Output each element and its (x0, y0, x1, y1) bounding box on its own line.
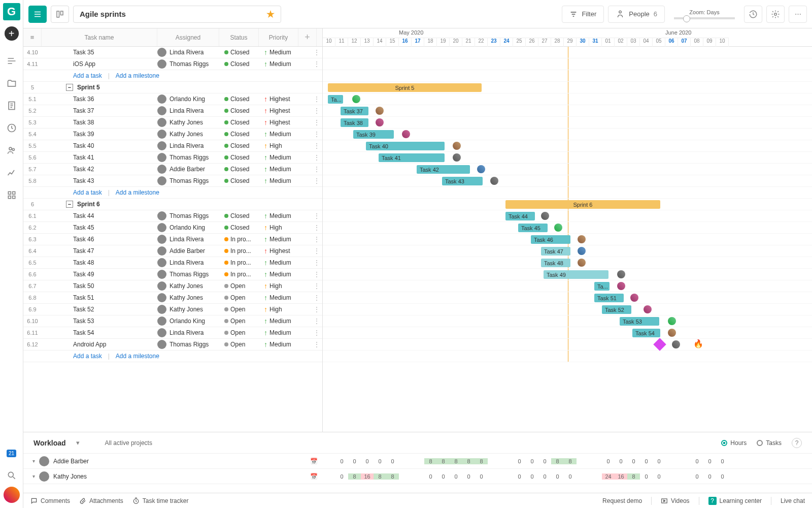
star-icon[interactable]: ★ (266, 9, 275, 20)
chevron-down-icon[interactable]: ▾ (32, 473, 35, 479)
doc-icon[interactable] (0, 94, 23, 117)
calendar-icon[interactable]: 📅 (310, 458, 318, 465)
zoom-control[interactable]: Zoom: Days (669, 9, 740, 19)
collapse-icon[interactable]: − (66, 84, 73, 91)
people-button[interactable]: People 6 (608, 6, 665, 23)
folder-icon[interactable] (0, 72, 23, 94)
workload-cell[interactable]: 0 (348, 458, 361, 464)
timeline-row[interactable]: Task 47 (323, 245, 812, 257)
workload-cell[interactable] (678, 473, 691, 480)
add-milestone-link[interactable]: Add a milestone (116, 189, 159, 196)
row-menu-icon[interactable]: ⋮ (313, 272, 320, 276)
workload-cell[interactable] (577, 458, 589, 464)
timeline-row[interactable]: Task 37 (323, 105, 812, 117)
sprint-bar[interactable]: Sprint 6 (505, 200, 660, 209)
workload-cell[interactable]: 0 (335, 458, 348, 464)
task-row[interactable]: 6.7Task 50Kathy JonesOpen↑High⋮ (23, 280, 322, 292)
workload-cell[interactable]: 0 (526, 458, 538, 464)
list-view-button[interactable] (28, 6, 47, 23)
task-row[interactable]: 5.6Task 41Thomas RiggsClosed↑Medium⋮ (23, 152, 322, 164)
workload-cell[interactable] (500, 458, 513, 464)
timeline-row[interactable]: Task 51 (323, 292, 812, 304)
attachments-button[interactable]: Attachments (79, 497, 123, 504)
board-view-button[interactable] (51, 6, 69, 23)
workload-filter[interactable]: All active projects (105, 439, 152, 447)
task-row[interactable]: 6.9Task 52Kathy JonesOpen↑High⋮ (23, 304, 322, 315)
row-menu-icon[interactable]: ⋮ (313, 120, 320, 124)
task-bar[interactable]: Ta... (328, 95, 343, 104)
task-row[interactable]: 5.7Task 42Addie BarberClosed↑Medium⋮ (23, 164, 322, 175)
row-menu-icon[interactable]: ⋮ (313, 261, 320, 265)
workload-cell[interactable]: 0 (386, 458, 399, 464)
task-bar[interactable]: Task 49 (544, 270, 608, 279)
videos-link[interactable]: Videos (661, 497, 689, 504)
timeline-row[interactable]: Task 44 (323, 210, 812, 222)
workload-cell[interactable] (678, 458, 691, 464)
row-menu-icon[interactable]: ⋮ (313, 62, 320, 66)
workload-cell[interactable] (323, 473, 335, 480)
task-row[interactable]: 4.10Task 35Linda RiveraClosed↑Medium⋮ (23, 47, 322, 58)
row-menu-icon[interactable]: ⋮ (313, 296, 320, 300)
task-row[interactable]: 5.4Task 39Kathy JonesClosed↑Medium⋮ (23, 129, 322, 140)
task-bar[interactable]: Task 52 (602, 305, 631, 314)
workload-cell[interactable] (399, 473, 412, 480)
task-bar[interactable]: Task 51 (594, 294, 624, 302)
task-bar[interactable]: Task 39 (353, 130, 394, 139)
tasks-radio[interactable]: Tasks (757, 439, 782, 447)
add-column-button[interactable]: + (298, 28, 317, 46)
workload-cell[interactable]: 0 (691, 473, 703, 480)
day-cell[interactable]: 01 (602, 38, 615, 47)
day-cell[interactable]: 31 (589, 38, 602, 47)
timeline-row[interactable]: Sprint 6 (323, 199, 812, 210)
col-priority[interactable]: Priority (259, 28, 298, 46)
add-task-link[interactable]: Add a task (73, 72, 102, 79)
workload-cell[interactable] (488, 458, 500, 464)
timeline-row[interactable] (323, 58, 812, 70)
workload-cell[interactable]: 0 (615, 458, 627, 464)
row-menu-icon[interactable]: ⋮ (313, 342, 320, 346)
row-menu-icon[interactable]: ⋮ (313, 97, 320, 101)
row-menu-icon[interactable]: ⋮ (313, 237, 320, 241)
task-row[interactable]: 6.10Task 53Orlando KingOpen↑Medium⋮ (23, 315, 322, 327)
workload-cell[interactable]: 0 (602, 458, 615, 464)
day-cell[interactable]: 05 (653, 38, 665, 47)
workload-cell[interactable]: 0 (538, 458, 551, 464)
day-cell[interactable]: 03 (627, 38, 640, 47)
live-chat-link[interactable]: Live chat (781, 497, 805, 504)
task-bar[interactable]: Task 48 (541, 259, 570, 267)
task-row[interactable]: 6.1Task 44Thomas RiggsClosed↑Medium⋮ (23, 210, 322, 222)
workload-row[interactable]: ▾Kathy Jones📅08168800000000002416800000 (23, 469, 812, 484)
workload-cell[interactable] (412, 473, 424, 480)
workload-cell[interactable] (665, 458, 678, 464)
workload-cell[interactable]: 0 (551, 473, 564, 480)
workload-cell[interactable]: 0 (450, 473, 462, 480)
timeline-row[interactable]: Task 40 (323, 140, 812, 152)
chevron-down-icon[interactable]: ▾ (32, 458, 35, 464)
milestone-diamond[interactable] (653, 338, 666, 351)
calendar-badge[interactable]: 21 (7, 450, 16, 457)
row-menu-icon[interactable]: ⋮ (313, 307, 320, 311)
settings-icon[interactable] (766, 6, 785, 23)
day-cell[interactable]: 18 (424, 38, 437, 47)
workload-cell[interactable]: 0 (361, 458, 374, 464)
request-demo-link[interactable]: Request demo (602, 497, 642, 504)
workload-cell[interactable] (488, 473, 500, 480)
hours-radio[interactable]: Hours (721, 439, 747, 447)
day-cell[interactable]: 21 (462, 38, 475, 47)
day-cell[interactable]: 30 (577, 38, 589, 47)
menu-icon[interactable] (0, 50, 23, 72)
workload-cell[interactable]: 0 (526, 473, 538, 480)
timeline-row[interactable]: Task 42 (323, 164, 812, 175)
workload-cell[interactable] (412, 458, 424, 464)
workload-cell[interactable] (577, 473, 589, 480)
sprint-row[interactable]: 5−Sprint 5⋮ (23, 82, 322, 93)
task-bar[interactable]: Task 47 (541, 247, 570, 256)
timeline-row[interactable]: Task 48 (323, 257, 812, 269)
timeline-row[interactable]: Ta... (323, 280, 812, 292)
workload-cell[interactable]: 0 (335, 473, 348, 480)
task-bar[interactable]: Task 46 (531, 235, 570, 244)
sprint-bar[interactable]: Sprint 5 (328, 83, 482, 92)
task-bar[interactable]: Task 43 (442, 177, 483, 185)
workload-cell[interactable]: 8 (627, 473, 640, 480)
timeline-row[interactable]: Task 52 (323, 304, 812, 315)
